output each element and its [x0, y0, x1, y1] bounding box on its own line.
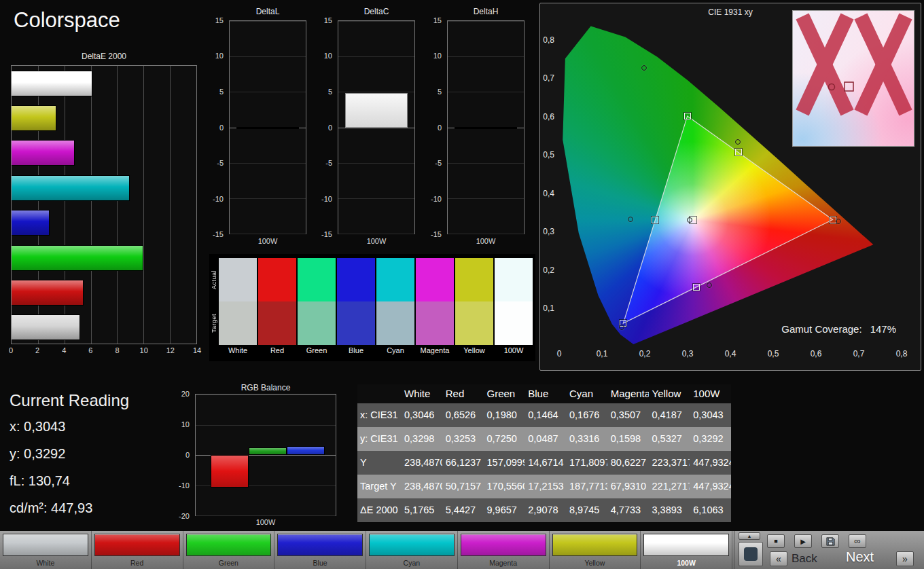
delta-gridline: [338, 163, 414, 164]
swatch-label: Yellow: [452, 346, 496, 354]
table-cell: 0,6526: [442, 403, 484, 427]
rgb-gridline: [196, 425, 336, 426]
cie-panel: CIE 1931 xy 0,80,70,60,50,40,30,20,1 00,…: [539, 3, 921, 371]
table-cell: 0,1676: [566, 403, 607, 427]
table-row-label: Target Y: [357, 475, 401, 498]
delta-bar-deltaH: [455, 127, 517, 129]
rgb-balance-plot: [195, 394, 336, 516]
table-cell: 0,3507: [607, 403, 649, 427]
patch-blue[interactable]: Blue: [274, 531, 366, 569]
bottom-toolbar: WhiteRedGreenBlueCyanMagentaYellow100W ▲…: [0, 531, 924, 569]
rgb-balance-title: RGB Balance: [195, 383, 336, 392]
table-cell: 4,7733: [607, 498, 649, 522]
patch-magenta[interactable]: Magenta: [458, 531, 550, 569]
delta-gridline: [448, 198, 524, 199]
deltae-bar-red: [12, 280, 84, 306]
delta-y-tick: 15: [429, 16, 442, 24]
swatch-actual: [455, 258, 493, 301]
deltae-x-tick: 12: [166, 346, 175, 354]
stop-icon[interactable]: ■: [767, 534, 785, 548]
patch-white[interactable]: White: [0, 531, 92, 569]
delta-y-tick: 0: [319, 124, 332, 132]
cie-measured-cyan: [628, 217, 633, 222]
scroll-up-icon[interactable]: ▲: [739, 532, 760, 540]
cie-measured-red: [836, 219, 841, 224]
swatch-label: Green: [295, 346, 338, 354]
deltae-x-tick: 4: [62, 346, 66, 354]
next-label[interactable]: Next: [846, 549, 874, 565]
cie-x-tick: 0,5: [768, 349, 779, 359]
deltah-title: DeltaH: [447, 7, 525, 16]
swatch-actual: [495, 258, 533, 301]
deltae-x-tick: 0: [9, 346, 13, 354]
patch-label: Red: [92, 559, 183, 567]
swatch-columns: WhiteRedGreenBlueCyanMagentaYellow100W: [219, 254, 534, 361]
current-reading-values: x: 0,3043y: 0,3292fL: 130,74cd/m²: 447,9…: [10, 413, 186, 521]
delta-gridline: [230, 21, 306, 22]
swatch-label: 100W: [492, 346, 535, 354]
patch-label: White: [0, 559, 91, 567]
patch-button-cyan[interactable]: [369, 534, 455, 556]
table-cell: 238,4870: [401, 475, 442, 498]
patch-button-magenta[interactable]: [461, 534, 546, 556]
swatch-col-100w: 100W: [495, 258, 533, 361]
deltac-chart: DeltaC 151050-5-10-15 100W: [319, 5, 418, 247]
table-cell: 223,3717: [649, 451, 690, 475]
cie-x-tick: 0,2: [639, 349, 651, 359]
table-cell: 0,3298: [401, 427, 442, 451]
delta-y-tick: -5: [429, 159, 442, 167]
next-arrow-icon[interactable]: »: [896, 551, 914, 566]
delta-gridline: [230, 92, 306, 92]
delta-y-tick: 15: [211, 16, 224, 24]
reading-x: x: 0,3043: [10, 413, 186, 440]
cie-target-yellow: [735, 149, 742, 155]
patch-button-yellow[interactable]: [552, 534, 638, 556]
swatch-col-green: Green: [298, 258, 336, 361]
patch-green[interactable]: Green: [183, 531, 275, 569]
save-icon: [826, 537, 835, 546]
delta-gridline: [448, 234, 524, 234]
play-icon[interactable]: ▶: [794, 534, 812, 548]
swatch-col-blue: Blue: [337, 258, 375, 361]
table-cell: 5,4427: [442, 498, 484, 522]
patch-label: Yellow: [550, 559, 641, 567]
swatch-panel: Actual Target WhiteRedGreenBlueCyanMagen…: [209, 254, 535, 361]
table-header-row: WhiteRedGreenBlueCyanMagentaYellow100W: [357, 384, 731, 403]
back-arrow-icon[interactable]: «: [770, 551, 787, 566]
table-cell: 0,1980: [484, 403, 525, 427]
loop-icon[interactable]: ∞: [849, 534, 866, 548]
delta-y-tick: 10: [429, 52, 442, 60]
deltae-x-tick: 8: [116, 346, 120, 354]
delta-y-tick: -15: [211, 230, 224, 238]
rgb-bar-green: [249, 447, 287, 455]
delta-y-tick: 0: [429, 124, 442, 132]
patch-red[interactable]: Red: [92, 531, 183, 569]
test-pattern-x-marks: [793, 11, 915, 147]
table-cell: 67,9310: [607, 475, 649, 498]
patch-yellow[interactable]: Yellow: [550, 531, 641, 569]
patch-button-100w[interactable]: [643, 534, 729, 556]
swatch-target: [455, 301, 493, 345]
swatch-actual: [298, 258, 336, 301]
patch-button-red[interactable]: [94, 534, 180, 556]
pattern-window-button[interactable]: [739, 542, 763, 566]
back-label[interactable]: Back: [792, 552, 817, 566]
table-cell: 3,3893: [649, 498, 690, 522]
patch-100w[interactable]: 100W: [641, 531, 732, 569]
deltah-y-axis: 151050-5-10-15: [429, 20, 445, 234]
delta-y-tick: 0: [211, 124, 224, 132]
deltae-bar-100w: [12, 71, 92, 96]
current-reading-title: Current Reading: [10, 391, 129, 410]
delta-gridline: [230, 163, 306, 164]
deltae-x-tick: 10: [140, 346, 148, 354]
patch-cyan[interactable]: Cyan: [366, 531, 458, 569]
patch-button-white[interactable]: [3, 534, 88, 556]
save-button[interactable]: [821, 534, 839, 548]
swatch-actual: [219, 258, 257, 301]
delta-y-tick: -10: [211, 195, 224, 203]
table-row: y: CIE310,32980,32530,72500,04870,33160,…: [357, 427, 731, 451]
patch-button-blue[interactable]: [277, 534, 363, 556]
deltae-bar-yellow: [12, 105, 56, 131]
patch-button-green[interactable]: [186, 534, 272, 556]
deltae-bar-blue: [12, 210, 50, 236]
